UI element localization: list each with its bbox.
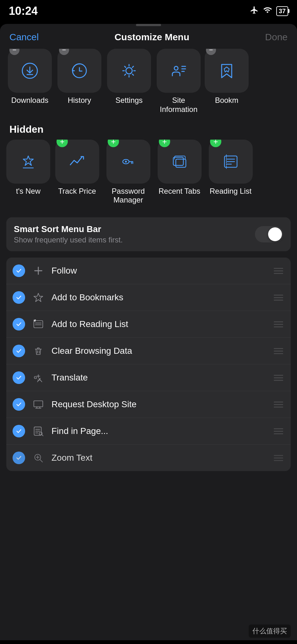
toggle-thumb xyxy=(268,227,282,241)
customize-menu-sheet: Cancel Customize Menu Done − xyxy=(0,24,297,640)
icon-item-whats-new[interactable]: t's New xyxy=(6,140,50,205)
icon-label-reading-list: Reading List xyxy=(210,187,251,196)
menu-list: Follow Add to Bookmarks xyxy=(6,258,291,471)
zoom-icon xyxy=(32,452,45,464)
icon-label-history: History xyxy=(68,96,91,105)
icon-item-downloads[interactable]: − Downloads xyxy=(6,49,53,114)
check-circle-request-desktop xyxy=(13,398,25,411)
icon-label-settings: Settings xyxy=(116,96,143,105)
drag-handle-find-in-page[interactable] xyxy=(273,427,284,436)
done-button[interactable]: Done xyxy=(265,32,288,42)
smart-sort-title: Smart Sort Menu Bar xyxy=(14,224,123,234)
smart-sort-card: Smart Sort Menu Bar Show frequently used… xyxy=(6,217,291,251)
menu-label-translate: Translate xyxy=(51,373,266,383)
menu-item-add-bookmarks[interactable]: Add to Bookmarks xyxy=(6,284,291,311)
icon-label-track-price: Track Price xyxy=(58,187,96,196)
icon-label-bookmarks: Bookm xyxy=(215,96,239,105)
icon-label-downloads: Downloads xyxy=(11,96,49,105)
icon-label-recent-tabs: Recent Tabs xyxy=(159,187,200,196)
drag-handle-add-bookmarks[interactable] xyxy=(273,293,284,302)
check-circle-zoom-text xyxy=(13,452,25,464)
icon-item-bookmarks[interactable]: − Bookm xyxy=(205,49,249,114)
icon-item-reading-list[interactable]: + Reading List xyxy=(206,140,255,205)
status-bar: 10:24 37 xyxy=(0,0,297,21)
check-circle-translate xyxy=(13,371,25,384)
menu-item-request-desktop[interactable]: Request Desktop Site xyxy=(6,391,291,418)
svg-text:G: G xyxy=(34,375,37,380)
icon-item-recent-tabs[interactable]: + Recent Tabs xyxy=(155,140,204,205)
sheet-title: Customize Menu xyxy=(115,32,189,42)
menu-item-zoom-text[interactable]: Zoom Text xyxy=(6,445,291,471)
icon-item-history[interactable]: − History xyxy=(56,49,103,114)
menu-label-add-bookmarks: Add to Bookmarks xyxy=(51,292,266,303)
check-circle-add-bookmarks xyxy=(13,291,25,304)
star-icon xyxy=(32,291,45,304)
reading-icon xyxy=(32,318,45,330)
drag-handle-follow[interactable] xyxy=(273,267,284,275)
icon-box-history xyxy=(57,49,101,93)
icon-box-site-information xyxy=(157,49,201,93)
smart-sort-toggle[interactable] xyxy=(255,226,283,242)
drag-handle-request-desktop[interactable] xyxy=(273,400,284,409)
menu-label-follow: Follow xyxy=(51,266,266,276)
airplane-icon xyxy=(250,6,259,17)
drag-handle-add-reading-list[interactable] xyxy=(273,320,284,329)
icon-label-password-manager: Password Manager xyxy=(112,187,145,205)
menu-label-request-desktop: Request Desktop Site xyxy=(51,399,266,409)
menu-item-follow[interactable]: Follow xyxy=(6,258,291,284)
cancel-button[interactable]: Cancel xyxy=(9,32,39,42)
menu-item-add-reading-list[interactable]: Add to Reading List xyxy=(6,311,291,338)
menu-label-find-in-page: Find in Page... xyxy=(51,426,266,436)
check-circle-clear-browsing xyxy=(13,345,25,357)
sheet-handle xyxy=(136,24,161,26)
menu-label-add-reading-list: Add to Reading List xyxy=(51,319,266,329)
battery-icon: 37 xyxy=(276,6,288,16)
menu-item-find-in-page[interactable]: Find in Page... xyxy=(6,418,291,445)
drag-handle-zoom-text[interactable] xyxy=(273,454,284,462)
icon-item-track-price[interactable]: + Track Price xyxy=(53,140,101,205)
smart-sort-text: Smart Sort Menu Bar Show frequently used… xyxy=(14,224,123,244)
svg-point-2 xyxy=(174,66,178,70)
wifi-icon xyxy=(262,6,273,17)
icon-box-settings xyxy=(107,49,151,93)
menu-item-translate[interactable]: G Translate xyxy=(6,364,291,391)
find-icon xyxy=(32,425,45,437)
translate-icon: G xyxy=(32,371,45,384)
icon-label-site-information: Site Information xyxy=(160,96,197,114)
svg-rect-11 xyxy=(34,401,43,407)
desktop-icon xyxy=(32,398,45,411)
icon-box-bookmarks xyxy=(205,49,249,93)
status-icons: 37 xyxy=(250,6,288,17)
hidden-icons-row: t's New + Track Price + xyxy=(6,140,291,205)
drag-handle-translate[interactable] xyxy=(273,374,284,382)
icon-box-downloads xyxy=(8,49,52,93)
smart-sort-subtitle: Show frequently used items first. xyxy=(14,236,123,244)
icon-item-site-information[interactable]: Site Information xyxy=(155,49,202,114)
check-circle-find-in-page xyxy=(13,425,25,437)
icon-item-settings[interactable]: Settings xyxy=(105,49,153,114)
hidden-title: Hidden xyxy=(6,124,291,135)
menu-label-clear-browsing: Clear Browsing Data xyxy=(51,346,266,356)
svg-point-4 xyxy=(125,161,127,163)
sheet-header: Cancel Customize Menu Done xyxy=(0,26,297,46)
status-time: 10:24 xyxy=(9,4,38,18)
check-circle-follow xyxy=(13,264,25,277)
plus-icon xyxy=(32,264,45,277)
icon-item-password-manager[interactable]: + Password Manager xyxy=(104,140,153,205)
hidden-section: Hidden t's New + xyxy=(0,117,297,208)
active-icons-section: − Downloads − xyxy=(0,46,297,117)
menu-label-zoom-text: Zoom Text xyxy=(51,453,266,463)
drag-handle-clear-browsing[interactable] xyxy=(273,347,284,355)
svg-rect-6 xyxy=(176,159,186,167)
menu-item-clear-browsing[interactable]: Clear Browsing Data xyxy=(6,338,291,364)
trash-icon xyxy=(32,345,45,357)
check-circle-add-reading-list xyxy=(13,318,25,330)
active-icons-row: − Downloads − xyxy=(3,49,294,114)
battery-level: 37 xyxy=(279,8,286,15)
watermark: 什么值得买 xyxy=(249,625,291,638)
icon-box-whats-new xyxy=(6,140,50,184)
icon-label-whats-new: t's New xyxy=(16,187,40,196)
